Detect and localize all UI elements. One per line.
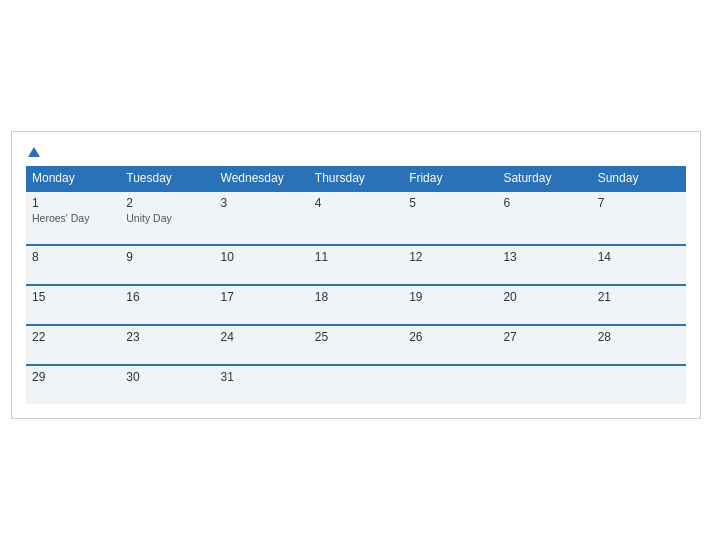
day-number: 30 xyxy=(126,370,208,384)
calendar-cell: 4 xyxy=(309,191,403,245)
calendar-cell: 24 xyxy=(215,325,309,365)
day-number: 14 xyxy=(598,250,680,264)
day-number: 18 xyxy=(315,290,397,304)
calendar-cell: 19 xyxy=(403,285,497,325)
day-number: 24 xyxy=(221,330,303,344)
calendar-cell: 14 xyxy=(592,245,686,285)
day-number: 1 xyxy=(32,196,114,210)
calendar-cell: 5 xyxy=(403,191,497,245)
calendar-week-row: 891011121314 xyxy=(26,245,686,285)
calendar-cell: 6 xyxy=(497,191,591,245)
calendar-cell: 30 xyxy=(120,365,214,404)
day-event: Heroes' Day xyxy=(32,212,114,224)
calendar-container: MondayTuesdayWednesdayThursdayFridaySatu… xyxy=(11,131,701,419)
calendar-thead: MondayTuesdayWednesdayThursdayFridaySatu… xyxy=(26,166,686,191)
calendar-cell: 22 xyxy=(26,325,120,365)
calendar-cell: 8 xyxy=(26,245,120,285)
day-number: 25 xyxy=(315,330,397,344)
calendar-cell: 27 xyxy=(497,325,591,365)
day-number: 7 xyxy=(598,196,680,210)
day-number: 23 xyxy=(126,330,208,344)
calendar-cell xyxy=(309,365,403,404)
logo-triangle-icon xyxy=(28,147,40,157)
day-number: 13 xyxy=(503,250,585,264)
calendar-cell: 7 xyxy=(592,191,686,245)
day-number: 22 xyxy=(32,330,114,344)
logo-area xyxy=(26,142,40,160)
calendar-cell: 2Unity Day xyxy=(120,191,214,245)
logo-general xyxy=(26,142,40,160)
day-number: 12 xyxy=(409,250,491,264)
day-number: 9 xyxy=(126,250,208,264)
weekday-header: Sunday xyxy=(592,166,686,191)
day-number: 27 xyxy=(503,330,585,344)
day-number: 20 xyxy=(503,290,585,304)
weekday-header: Saturday xyxy=(497,166,591,191)
calendar-week-row: 15161718192021 xyxy=(26,285,686,325)
day-number: 8 xyxy=(32,250,114,264)
calendar-cell: 10 xyxy=(215,245,309,285)
calendar-cell: 11 xyxy=(309,245,403,285)
calendar-cell: 29 xyxy=(26,365,120,404)
weekday-header-row: MondayTuesdayWednesdayThursdayFridaySatu… xyxy=(26,166,686,191)
calendar-cell: 31 xyxy=(215,365,309,404)
day-number: 4 xyxy=(315,196,397,210)
calendar-cell xyxy=(592,365,686,404)
day-number: 16 xyxy=(126,290,208,304)
day-event: Unity Day xyxy=(126,212,208,224)
calendar-cell: 17 xyxy=(215,285,309,325)
calendar-cell: 3 xyxy=(215,191,309,245)
day-number: 6 xyxy=(503,196,585,210)
calendar-cell: 21 xyxy=(592,285,686,325)
calendar-grid: MondayTuesdayWednesdayThursdayFridaySatu… xyxy=(26,166,686,404)
calendar-cell: 15 xyxy=(26,285,120,325)
calendar-cell: 23 xyxy=(120,325,214,365)
calendar-cell: 16 xyxy=(120,285,214,325)
day-number: 31 xyxy=(221,370,303,384)
day-number: 2 xyxy=(126,196,208,210)
calendar-week-row: 1Heroes' Day2Unity Day34567 xyxy=(26,191,686,245)
weekday-header: Tuesday xyxy=(120,166,214,191)
calendar-cell xyxy=(497,365,591,404)
day-number: 28 xyxy=(598,330,680,344)
day-number: 17 xyxy=(221,290,303,304)
calendar-cell: 1Heroes' Day xyxy=(26,191,120,245)
day-number: 15 xyxy=(32,290,114,304)
day-number: 21 xyxy=(598,290,680,304)
calendar-week-row: 293031 xyxy=(26,365,686,404)
calendar-cell xyxy=(403,365,497,404)
day-number: 26 xyxy=(409,330,491,344)
calendar-tbody: 1Heroes' Day2Unity Day345678910111213141… xyxy=(26,191,686,404)
day-number: 3 xyxy=(221,196,303,210)
weekday-header: Friday xyxy=(403,166,497,191)
calendar-cell: 25 xyxy=(309,325,403,365)
weekday-header: Thursday xyxy=(309,166,403,191)
calendar-cell: 18 xyxy=(309,285,403,325)
calendar-week-row: 22232425262728 xyxy=(26,325,686,365)
weekday-header: Monday xyxy=(26,166,120,191)
calendar-cell: 12 xyxy=(403,245,497,285)
day-number: 29 xyxy=(32,370,114,384)
calendar-cell: 20 xyxy=(497,285,591,325)
calendar-cell: 28 xyxy=(592,325,686,365)
day-number: 5 xyxy=(409,196,491,210)
calendar-cell: 9 xyxy=(120,245,214,285)
calendar-cell: 26 xyxy=(403,325,497,365)
day-number: 11 xyxy=(315,250,397,264)
day-number: 10 xyxy=(221,250,303,264)
calendar-cell: 13 xyxy=(497,245,591,285)
calendar-header xyxy=(26,142,686,160)
weekday-header: Wednesday xyxy=(215,166,309,191)
day-number: 19 xyxy=(409,290,491,304)
